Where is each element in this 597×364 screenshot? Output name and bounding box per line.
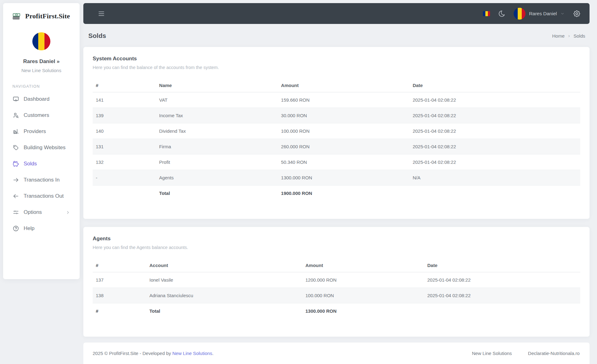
table-cell: 132 — [93, 154, 156, 170]
table-cell: Income Tax — [156, 108, 278, 123]
table-cell: - — [93, 170, 156, 186]
table-cell: 2025-01-04 02:08:22 — [410, 154, 580, 170]
card-title: Agents — [93, 236, 580, 242]
sidebar-item-transactions-out[interactable]: Transactions Out — [6, 188, 77, 204]
money-stack-icon — [11, 11, 22, 22]
brand-name: ProfitFirst.Site — [25, 12, 70, 20]
sliders-icon — [12, 209, 19, 216]
table-cell: 131 — [93, 139, 156, 154]
table-row: 141VAT159.660 RON2025-01-04 02:08:22 — [93, 92, 580, 108]
column-header: Account — [146, 259, 302, 272]
table-cell: Ionel Vasile — [146, 272, 302, 288]
table-cell: 140 — [93, 123, 156, 139]
table-cell: Agents — [156, 170, 278, 186]
table-cell: 141 — [93, 92, 156, 108]
brand[interactable]: ProfitFirst.Site — [3, 3, 80, 24]
table-cell: 260.000 RON — [278, 139, 410, 154]
table-cell: 100.000 RON — [278, 123, 410, 139]
sidebar-item-solds[interactable]: Solds — [6, 156, 77, 172]
language-flag-ro-icon[interactable] — [483, 11, 490, 16]
breadcrumb-home[interactable]: Home — [552, 33, 565, 39]
table-cell: Total — [146, 303, 302, 319]
table-cell: 1900.000 RON — [278, 186, 410, 201]
table-row: 131Firma260.000 RON2025-01-04 02:08:22 — [93, 139, 580, 154]
menu-icon[interactable] — [98, 10, 105, 17]
table-cell: 137 — [93, 272, 146, 288]
piggy-bank-icon — [12, 160, 19, 167]
profile-company: New Line Solutions — [3, 68, 80, 73]
table-row: Total1900.000 RON — [93, 186, 580, 201]
page-title: Solds — [88, 32, 106, 39]
table-cell: 1300.000 RON — [302, 303, 424, 319]
sidebar-item-options[interactable]: Options — [6, 204, 77, 220]
table-cell: 50.340 RON — [278, 154, 410, 170]
breadcrumb-current: Solds — [573, 33, 585, 39]
card-subtitle: Here you can find the Agents balance acc… — [93, 245, 580, 250]
table-cell: 30.000 RON — [278, 108, 410, 123]
sidebar: ProfitFirst.Site Rares Daniel » New Line… — [3, 3, 80, 279]
table-row: -Agents1300.000 RONN/A — [93, 170, 580, 186]
sidebar-item-dashboard[interactable]: Dashboard — [6, 91, 77, 107]
table-cell: 2025-01-04 02:08:22 — [410, 92, 580, 108]
footer-link-declaratie-nutritionala[interactable]: Declaratie-Nutritionala.ro — [528, 351, 580, 356]
table-cell: N/A — [410, 170, 580, 186]
sidebar-item-help[interactable]: Help — [6, 220, 77, 237]
table-cell: VAT — [156, 92, 278, 108]
footer: 2025 © ProfitFirst.Site - Developed by N… — [83, 343, 590, 364]
table-cell: # — [93, 303, 146, 319]
developer-link[interactable]: New Line Solutions — [172, 351, 212, 356]
table-cell: Firma — [156, 139, 278, 154]
main-content: Solds Home › Solds System Accounts Here … — [83, 24, 590, 345]
table-cell: 2025-01-04 02:08:22 — [410, 123, 580, 139]
card-subtitle: Here you can find the balance of the acc… — [93, 65, 580, 70]
sidebar-item-building-websites[interactable]: Building Websites — [6, 140, 77, 156]
table-cell — [424, 303, 580, 319]
table-row: 132Profit50.340 RON2025-01-04 02:08:22 — [93, 154, 580, 170]
tag-icon — [12, 144, 19, 151]
footer-link-new-line-solutions[interactable]: New Line Solutions — [472, 351, 512, 356]
table-cell — [93, 186, 156, 201]
table-cell: 2025-01-04 02:08:22 — [410, 139, 580, 154]
table-cell: 2025-01-04 02:08:22 — [424, 272, 580, 288]
agents-card: Agents Here you can find the Agents bala… — [83, 227, 590, 337]
profile-name[interactable]: Rares Daniel » — [3, 58, 80, 65]
moon-icon[interactable] — [498, 10, 506, 17]
breadcrumb-separator-icon: › — [568, 33, 570, 38]
table-cell: 138 — [93, 288, 146, 303]
table-header-row: #AccountAmountDate — [93, 259, 580, 272]
sidebar-item-providers[interactable]: Providers — [6, 123, 77, 140]
table-cell: 1300.000 RON — [278, 170, 410, 186]
user-avatar — [514, 8, 525, 20]
footer-links: New Line Solutions Declaratie-Nutritiona… — [472, 351, 580, 356]
sidebar-item-transactions-in[interactable]: Transactions In — [6, 172, 77, 188]
user-name: Rares Daniel — [529, 11, 557, 16]
copyright: 2025 © ProfitFirst.Site - Developed by N… — [93, 351, 214, 356]
avatar[interactable] — [32, 32, 50, 50]
table-cell: 159.660 RON — [278, 92, 410, 108]
arrow-right-icon — [12, 177, 19, 183]
sidebar-profile: Rares Daniel » New Line Solutions — [3, 32, 80, 73]
chevron-down-icon — [560, 12, 565, 16]
table-cell: Total — [156, 186, 278, 201]
column-header: # — [93, 79, 156, 92]
chevron-right-icon — [66, 210, 70, 215]
table-cell: 1200.000 RON — [302, 272, 424, 288]
copyright-text: 2025 © ProfitFirst.Site - Developed by — [93, 351, 172, 356]
card-title: System Accounts — [93, 56, 580, 62]
table-row: 139Income Tax30.000 RON2025-01-04 02:08:… — [93, 108, 580, 123]
sidebar-item-customers[interactable]: Customers — [6, 107, 77, 123]
user-search-icon — [12, 112, 19, 119]
forklift-icon — [12, 128, 19, 135]
user-menu[interactable]: Rares Daniel — [514, 8, 565, 20]
help-circle-icon — [12, 225, 19, 232]
table-row: 140Dividend Tax100.000 RON2025-01-04 02:… — [93, 123, 580, 139]
arrow-left-icon — [12, 193, 19, 200]
gear-icon[interactable] — [573, 10, 581, 18]
table-cell: 139 — [93, 108, 156, 123]
column-header: Name — [156, 79, 278, 92]
table-cell: Profit — [156, 154, 278, 170]
column-header: Date — [424, 259, 580, 272]
column-header: Amount — [302, 259, 424, 272]
table-cell: 100.000 RON — [302, 288, 424, 303]
copyright-suffix: . — [212, 351, 214, 356]
